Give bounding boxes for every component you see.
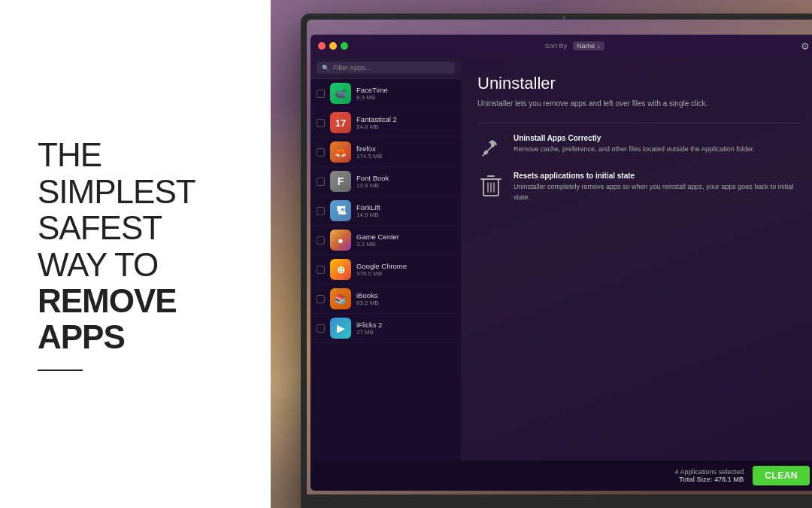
feature-uninstall-desc: Remove cache, preference, and other file… bbox=[514, 144, 755, 155]
app-window: Sort By Name ↓ ⚙ bbox=[311, 35, 812, 491]
list-item[interactable]: 🦊 firefox 174.5 MB bbox=[311, 138, 461, 167]
main-content: 🔍 Filter Apps… 📹 FaceTime 8.9 MB 17 F bbox=[311, 57, 812, 461]
app-icon: 🏗 bbox=[330, 200, 351, 221]
app-size: 63.2 MB bbox=[356, 300, 455, 306]
right-panel: Sort By Name ↓ ⚙ bbox=[271, 0, 812, 508]
app-icon: ▶ bbox=[330, 318, 351, 339]
wrench-icon bbox=[477, 134, 504, 161]
app-checkbox[interactable] bbox=[317, 148, 325, 157]
feature-uninstall-title: Uninstall Apps Correctly bbox=[514, 134, 755, 142]
macbook-frame: Sort By Name ↓ ⚙ bbox=[301, 14, 812, 508]
app-name: Game Center bbox=[356, 233, 455, 241]
app-info: Fantastical 2 24.8 MB bbox=[356, 115, 455, 130]
app-checkbox[interactable] bbox=[317, 178, 325, 186]
feature-reset-title: Resets applications to initial state bbox=[514, 172, 801, 180]
search-placeholder: Filter Apps… bbox=[333, 64, 372, 71]
app-icon: ● bbox=[330, 230, 351, 251]
app-size: 3.2 MB bbox=[356, 241, 455, 248]
trash-icon bbox=[477, 172, 504, 199]
traffic-lights bbox=[318, 42, 348, 50]
app-info: firefox 174.5 MB bbox=[356, 144, 455, 160]
tagline-line6: APPS bbox=[38, 319, 241, 355]
tagline-line1: THE bbox=[38, 137, 241, 173]
maximize-button[interactable] bbox=[341, 42, 348, 50]
app-checkbox[interactable] bbox=[317, 207, 325, 215]
settings-icon[interactable]: ⚙ bbox=[801, 41, 810, 52]
title-bar-center: Sort By Name ↓ bbox=[348, 41, 801, 50]
tagline: THE SIMPLEST SAFEST WAY TO REMOVE APPS bbox=[38, 137, 241, 355]
app-name: Fantastical 2 bbox=[356, 115, 455, 123]
list-item[interactable]: F Font Book 13.8 MB bbox=[311, 167, 461, 196]
list-item[interactable]: ● Game Center 3.2 MB bbox=[311, 226, 461, 255]
app-icon: 📚 bbox=[330, 288, 351, 309]
sort-arrow: ↓ bbox=[597, 42, 601, 50]
app-icon: F bbox=[330, 171, 351, 192]
app-icon: 17 bbox=[330, 112, 351, 133]
tagline-line3: SAFEST bbox=[38, 210, 241, 246]
selection-count: 4 Applications selected bbox=[675, 468, 744, 476]
feature-reset-desc: Uninstaller completely remove apps so wh… bbox=[514, 182, 801, 202]
app-name: FaceTime bbox=[356, 86, 455, 94]
minimize-button[interactable] bbox=[329, 42, 337, 50]
app-list: 🔍 Filter Apps… 📹 FaceTime 8.9 MB 17 F bbox=[311, 57, 461, 461]
macbook-screen: Sort By Name ↓ ⚙ bbox=[307, 20, 812, 494]
app-checkbox[interactable] bbox=[317, 266, 325, 274]
total-size-label: Total Size: bbox=[679, 476, 712, 483]
sort-name-pill[interactable]: Name ↓ bbox=[573, 41, 604, 50]
list-item[interactable]: 🏗 ForkLift 14.9 MB bbox=[311, 196, 461, 226]
app-checkbox[interactable] bbox=[317, 119, 325, 127]
app-checkbox[interactable] bbox=[317, 90, 325, 98]
search-bar: 🔍 Filter Apps… bbox=[311, 57, 461, 79]
list-item[interactable]: ▶ iFlicks 2 27 MB bbox=[311, 314, 461, 343]
total-size-value: 478.1 MB bbox=[714, 476, 744, 483]
detail-panel: Uninstaller Uninstaller lets you remove … bbox=[461, 57, 812, 461]
app-name: iFlicks 2 bbox=[356, 321, 455, 329]
feature-divider bbox=[477, 123, 801, 123]
app-checkbox[interactable] bbox=[317, 295, 325, 303]
app-icon: 🦊 bbox=[330, 141, 351, 163]
app-info: FaceTime 8.9 MB bbox=[356, 86, 455, 101]
search-inner[interactable]: 🔍 Filter Apps… bbox=[317, 62, 455, 74]
tagline-line2: SIMPLEST bbox=[38, 174, 241, 210]
app-size: 8.9 MB bbox=[356, 94, 455, 101]
app-info: ForkLift 14.9 MB bbox=[356, 203, 455, 218]
list-item[interactable]: 📹 FaceTime 8.9 MB bbox=[311, 79, 461, 108]
app-size: 24.8 MB bbox=[356, 123, 455, 130]
detail-title: Uninstaller bbox=[477, 74, 801, 93]
app-name: Google Chrome bbox=[356, 262, 455, 270]
app-info: Game Center 3.2 MB bbox=[356, 233, 455, 248]
app-size: 27 MB bbox=[356, 329, 455, 336]
list-item[interactable]: 17 Fantastical 2 24.8 MB bbox=[311, 108, 461, 138]
sort-name-text: Name bbox=[577, 42, 595, 50]
left-panel: THE SIMPLEST SAFEST WAY TO REMOVE APPS bbox=[0, 0, 271, 508]
feature-reset-text: Resets applications to initial state Uni… bbox=[514, 172, 801, 202]
app-name: iBooks bbox=[356, 291, 455, 300]
app-info: Font Book 13.8 MB bbox=[356, 174, 455, 189]
close-button[interactable] bbox=[318, 42, 326, 50]
tagline-divider bbox=[38, 370, 83, 371]
list-item[interactable]: 📚 iBooks 63.2 MB bbox=[311, 284, 461, 314]
detail-desc: Uninstaller lets you remove apps and lef… bbox=[477, 98, 801, 109]
app-name: firefox bbox=[356, 144, 455, 153]
app-icon: ⊕ bbox=[330, 259, 351, 280]
app-size: 13.8 MB bbox=[356, 182, 455, 189]
app-size: 376.6 MB bbox=[356, 270, 455, 277]
feature-uninstall-text: Uninstall Apps Correctly Remove cache, p… bbox=[514, 134, 755, 161]
app-size: 14.9 MB bbox=[356, 211, 455, 218]
camera-dot bbox=[562, 16, 566, 20]
selection-size: Total Size: 478.1 MB bbox=[675, 476, 744, 483]
app-name: Font Book bbox=[356, 174, 455, 182]
app-checkbox[interactable] bbox=[317, 236, 325, 245]
sort-by-label: Sort By bbox=[544, 42, 567, 50]
tagline-line4: WAY TO bbox=[38, 247, 241, 283]
app-info: Google Chrome 376.6 MB bbox=[356, 262, 455, 277]
app-name: ForkLift bbox=[356, 203, 455, 211]
selection-info: 4 Applications selected Total Size: 478.… bbox=[675, 468, 744, 483]
apps-scroll[interactable]: 📹 FaceTime 8.9 MB 17 Fantastical 2 24.8 … bbox=[311, 79, 461, 461]
app-checkbox[interactable] bbox=[317, 324, 325, 333]
clean-button[interactable]: CLEAN bbox=[753, 466, 810, 485]
list-item[interactable]: ⊕ Google Chrome 376.6 MB bbox=[311, 255, 461, 284]
app-icon: 📹 bbox=[330, 83, 351, 104]
bottom-bar: 4 Applications selected Total Size: 478.… bbox=[311, 461, 812, 491]
tagline-line5: REMOVE bbox=[38, 283, 241, 319]
